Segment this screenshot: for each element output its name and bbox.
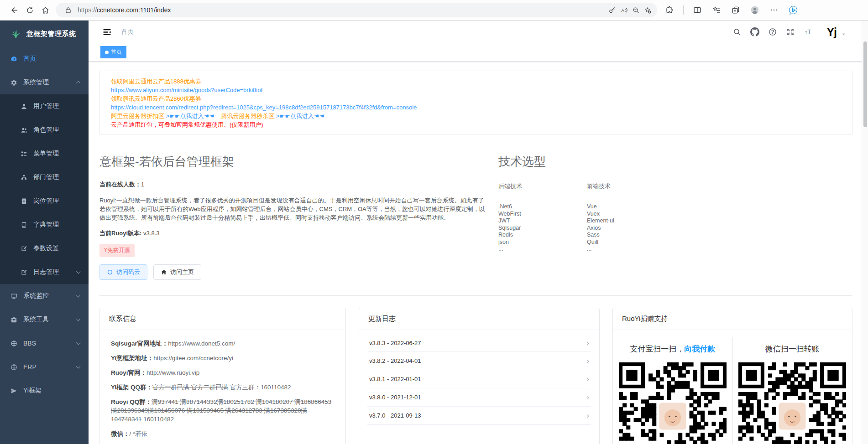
page-content: 领取阿里云通用云产品1888优惠券https://www.aliyun.com/…: [89, 62, 868, 444]
notice-text: 领取腾讯云通用云产品2860优惠券: [111, 95, 201, 102]
chevron-down-icon[interactable]: [841, 31, 847, 37]
notice-line: https://cloud.tencent.com/redirect.php?r…: [111, 103, 841, 112]
page-title: 意框架-若依后台管理框架: [99, 154, 486, 170]
visit-gitee-button[interactable]: 访问码云: [99, 264, 147, 280]
users-icon: [21, 127, 27, 134]
sidebar-item-param-settings[interactable]: 参数设置: [0, 237, 89, 260]
extensions-icon[interactable]: [662, 3, 677, 17]
sidebar-item-log-mgmt[interactable]: 日志管理: [0, 260, 89, 284]
refresh-icon[interactable]: [22, 3, 37, 17]
changelog-label: v3.8.3 - 2022-06-27: [369, 340, 421, 346]
sidebar-item-user-mgmt[interactable]: 用户管理: [0, 94, 89, 118]
changelog-item[interactable]: v3.8.3 - 2022-06-27›: [367, 334, 591, 352]
collections-icon[interactable]: [728, 3, 743, 17]
sidebar-item-home[interactable]: 首页: [0, 47, 89, 71]
contact-label: Yi意框架地址：: [111, 355, 153, 361]
notice-text: 领取阿里云通用云产品1888优惠券: [111, 78, 201, 85]
scrollbar-thumb[interactable]: [863, 41, 867, 127]
dashboard-icon: [10, 56, 17, 62]
sidebar-item-post-mgmt[interactable]: 岗位管理: [0, 189, 89, 213]
read-aloud-icon[interactable]: [618, 4, 630, 16]
profile-avatar[interactable]: [747, 3, 763, 17]
sidebar-item-menu-mgmt[interactable]: 菜单管理: [0, 142, 89, 165]
contact-label: Sqlsugar官网地址：: [111, 340, 168, 347]
sidebar-item-system-tools[interactable]: 系统工具: [0, 308, 89, 331]
edit-icon: [21, 245, 27, 252]
sidebar-item-role-mgmt[interactable]: 角色管理: [0, 118, 89, 142]
menu-tree-icon: [21, 150, 27, 157]
notice-link[interactable]: https://www.aliyun.com/minisite/goods?us…: [111, 87, 262, 93]
changelog-item[interactable]: v3.8.1 - 2022-01-01›: [367, 370, 591, 388]
notice-line: 领取阿里云通用云产品1888优惠券: [111, 77, 841, 86]
sidebar-item-bbs[interactable]: BBS: [0, 331, 89, 355]
changelog-item[interactable]: v3.7.0 - 2021-09-13›: [367, 407, 591, 425]
book-icon: [21, 222, 27, 228]
leaf-logo-icon: [9, 28, 21, 40]
bing-chat-icon[interactable]: [785, 3, 801, 17]
contact-row: Yi意框架地址：https://gitee.com/ccnetcore/yi: [111, 354, 335, 362]
tag-home[interactable]: 首页: [100, 46, 126, 58]
chevron-right-icon: ›: [586, 357, 589, 365]
favorites-icon[interactable]: [709, 3, 724, 17]
tag-active-dot: [105, 51, 109, 54]
key-icon[interactable]: [606, 4, 618, 16]
online-count-row: 当前在线人数：1: [99, 181, 486, 189]
contact-value: https://gitee.com/ccnetcore/yi: [153, 355, 233, 361]
tech-section: 技术选型 后端技术 .Net6WebFirstJWTSqlsugarRedisj…: [498, 154, 675, 280]
contact-label: Ruoyi QQ群：: [111, 398, 152, 405]
visit-homepage-button[interactable]: 访问主页: [153, 264, 201, 280]
sidebar-item-label: 角色管理: [33, 126, 59, 134]
font-size-icon[interactable]: [801, 25, 815, 39]
fullscreen-icon[interactable]: [784, 25, 797, 39]
add-favorite-icon[interactable]: [642, 4, 654, 16]
contact-row: Sqlsugar官网地址：https://www.donet5.com/: [111, 339, 335, 348]
notice-link[interactable]: https://cloud.tencent.com/redirect.php?r…: [111, 104, 417, 111]
tech-item: Axios: [587, 225, 675, 232]
address-bar[interactable]: https://ccnetcore.com:1101/index: [56, 3, 657, 17]
page-scrollbar[interactable]: [862, 21, 868, 444]
back-icon[interactable]: [6, 3, 22, 17]
notice-link[interactable]: >☛☛点我进入☚☚: [166, 113, 214, 119]
question-icon[interactable]: [766, 25, 779, 39]
settings-menu-icon[interactable]: [766, 3, 782, 17]
tag-label: 首页: [111, 48, 122, 56]
sidebar-item-label: 岗位管理: [33, 197, 59, 205]
lock-icon[interactable]: [62, 4, 74, 16]
donate-card: RuoYi捐赠支持 支付宝扫一扫，向我付款 微信扫一扫转账: [612, 308, 852, 444]
sidebar-item-label: 菜单管理: [33, 150, 59, 158]
zoom-out-icon[interactable]: [630, 4, 642, 16]
gitee-icon: [107, 269, 113, 275]
notice-link[interactable]: >☛☛点我进入☚☚: [276, 113, 324, 119]
sidebar-item-dept-mgmt[interactable]: 部门管理: [0, 165, 89, 189]
split-screen-icon[interactable]: [690, 3, 705, 17]
sidebar-item-yi-framework[interactable]: Yi框架: [0, 379, 89, 403]
alipay-qr-code: [619, 362, 727, 444]
app-logo[interactable]: 意框架管理系统: [0, 21, 89, 47]
contact-card-title: 联系信息: [100, 308, 345, 330]
user-avatar[interactable]: Yj: [826, 26, 837, 39]
contact-label: Ruoyi官网：: [111, 369, 146, 376]
intro-description: Ruoyi:一直想做一款后台管理系统，看了很多优秀的开源项目但是发现没有合适自己…: [99, 196, 486, 222]
chevron-right-icon: ›: [586, 412, 589, 419]
contact-label: 微信：: [111, 430, 130, 437]
sidebar-item-system-monitor[interactable]: 系统监控: [0, 284, 89, 308]
sidebar-item-system-mgmt[interactable]: 系统管理: [0, 71, 89, 94]
browser-toolbar: https://ccnetcore.com:1101/index: [0, 0, 868, 21]
sidebar-item-erp[interactable]: ERP: [0, 355, 89, 379]
sidebar-toggle-icon[interactable]: [102, 27, 112, 37]
pay-me-link[interactable]: 向我付款: [684, 345, 715, 353]
frontend-tech-title: 前端技术: [587, 182, 675, 191]
changelog-item[interactable]: v3.8.2 - 2022-04-01›: [367, 352, 591, 370]
github-icon[interactable]: [748, 25, 762, 39]
changelog-label: v3.7.0 - 2021-09-13: [369, 412, 421, 419]
toolbox-icon: [10, 316, 17, 323]
breadcrumb[interactable]: 首页: [121, 28, 134, 36]
tech-item: Element-ui: [587, 217, 675, 225]
url-text[interactable]: https://ccnetcore.com:1101/index: [78, 6, 606, 14]
search-icon[interactable]: [730, 25, 744, 39]
sidebar-item-dict-mgmt[interactable]: 字典管理: [0, 213, 89, 237]
changelog-label: v3.8.0 - 2021-12-01: [369, 394, 421, 401]
home-icon[interactable]: [37, 3, 53, 17]
tech-item: json: [498, 239, 587, 246]
changelog-item[interactable]: v3.8.0 - 2021-12-01›: [367, 388, 591, 407]
